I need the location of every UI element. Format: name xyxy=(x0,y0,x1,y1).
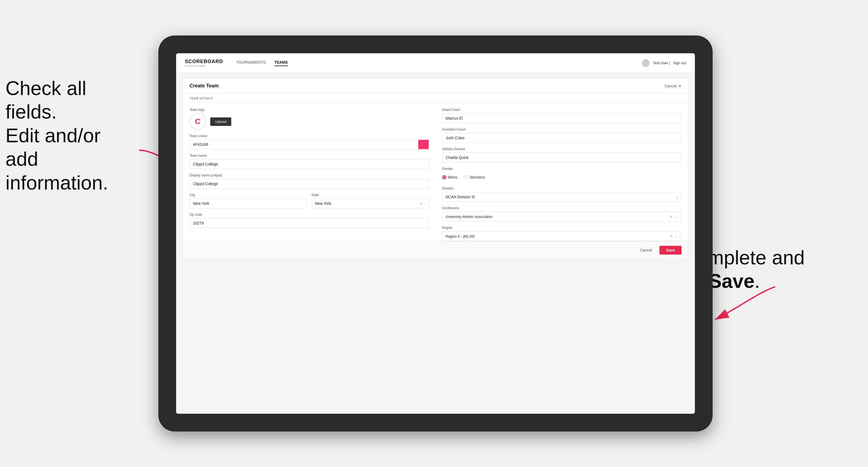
gender-radio-group: Mens Womens xyxy=(442,172,682,182)
gender-field: Gender Mens Womens xyxy=(442,167,682,182)
city-state-field: City State ✕ ⌄ xyxy=(189,193,429,208)
team-name-label: Team name xyxy=(189,154,429,158)
user-name: Test User | xyxy=(653,61,670,65)
sign-out-link[interactable]: Sign out xyxy=(673,61,686,65)
brand-sub: Powered by clippd xyxy=(185,64,223,67)
team-logo-label: Team logo xyxy=(189,108,429,112)
color-swatch[interactable] xyxy=(418,139,429,149)
display-name-field: Display name (unique) xyxy=(189,174,429,189)
gender-label: Gender xyxy=(442,167,682,171)
city-label: City xyxy=(189,193,307,197)
team-colour-input[interactable] xyxy=(189,139,418,149)
conference-label: Conference xyxy=(442,206,682,210)
zip-field: Zip code xyxy=(189,213,429,228)
top-nav: SCOREBOARD Powered by clippd TOURNAMENTS… xyxy=(176,53,695,73)
team-colour-label: Team colour xyxy=(189,134,429,138)
conference-value-text: University Athletic Association xyxy=(445,215,670,219)
brand: SCOREBOARD Powered by clippd xyxy=(185,59,223,67)
nav-link-teams[interactable]: TEAMS xyxy=(274,60,288,66)
gender-womens-label[interactable]: Womens xyxy=(464,175,485,180)
division-select-wrapper: NCAA Division III xyxy=(442,192,682,202)
form-title: Create Team xyxy=(189,83,219,89)
nav-links: TOURNAMENTS TEAMS xyxy=(236,60,642,66)
division-field: Division NCAA Division III xyxy=(442,187,682,202)
right-column: Head Coach Assistant Coach Athletic Dire… xyxy=(442,108,682,241)
team-name-input[interactable] xyxy=(189,159,429,169)
display-name-label: Display name (unique) xyxy=(189,174,429,177)
gender-mens-label[interactable]: Mens xyxy=(442,175,457,180)
athletic-director-field: Athletic Director xyxy=(442,147,682,162)
state-select-wrapper: ✕ ⌄ xyxy=(312,198,429,208)
nav-link-tournaments[interactable]: TOURNAMENTS xyxy=(236,60,266,66)
form-panel: Create Team Cancel ✕ TEAM DETAILS T xyxy=(183,79,688,259)
gender-mens-text: Mens xyxy=(448,175,457,180)
head-coach-label: Head Coach xyxy=(442,108,682,112)
gender-mens-radio[interactable] xyxy=(442,175,446,180)
region-select[interactable]: Region II - (M) DIII ✕ ⌄ xyxy=(442,231,682,241)
assistant-coach-field: Assistant Coach xyxy=(442,128,682,143)
user-avatar xyxy=(642,59,650,67)
instruction-left-text: Check all fields. Edit and/or add inform… xyxy=(5,76,136,194)
left-column: Team logo C Upload Team colour xyxy=(189,108,429,241)
save-button[interactable]: Save xyxy=(659,246,682,254)
form-footer: Cancel Save xyxy=(183,241,688,259)
main-content: Create Team Cancel ✕ TEAM DETAILS T xyxy=(176,73,695,414)
region-clear-icon[interactable]: ✕ xyxy=(670,234,673,239)
state-label: State xyxy=(312,193,429,197)
upload-button[interactable]: Upload xyxy=(210,118,231,126)
head-coach-input[interactable] xyxy=(442,113,682,123)
conference-clear-icon[interactable]: ✕ xyxy=(670,214,673,219)
gender-womens-radio[interactable] xyxy=(464,175,468,180)
team-logo-field: Team logo C Upload xyxy=(189,108,429,130)
logo-area: C Upload xyxy=(189,113,429,130)
division-select[interactable]: NCAA Division III xyxy=(442,192,682,202)
cancel-header-label: Cancel xyxy=(664,84,677,88)
athletic-director-label: Athletic Director xyxy=(442,147,682,151)
team-name-field: Team name xyxy=(189,154,429,169)
assistant-coach-input[interactable] xyxy=(442,133,682,143)
state-field: State ✕ ⌄ xyxy=(312,193,429,208)
color-row xyxy=(189,139,429,149)
form-header: Create Team Cancel ✕ xyxy=(183,79,688,93)
region-value-text: Region II - (M) DIII xyxy=(445,234,670,239)
city-field: City xyxy=(189,193,307,208)
nav-right: Test User | Sign out xyxy=(642,59,686,67)
cancel-header-button[interactable]: Cancel ✕ xyxy=(664,84,682,88)
tablet-screen: SCOREBOARD Powered by clippd TOURNAMENTS… xyxy=(176,53,695,414)
conference-select[interactable]: University Athletic Association ✕ ⌄ xyxy=(442,212,682,221)
conference-chevron-icon: ⌄ xyxy=(675,214,678,219)
region-label: Region xyxy=(442,226,682,230)
athletic-director-input[interactable] xyxy=(442,153,682,162)
section-label: TEAM DETAILS xyxy=(183,93,688,102)
instruction-left-content: Check all fields. Edit and/or add inform… xyxy=(5,77,108,194)
gender-womens-text: Womens xyxy=(470,175,485,180)
region-field: Region Region II - (M) DIII ✕ ⌄ xyxy=(442,226,682,241)
assistant-coach-label: Assistant Coach xyxy=(442,128,682,131)
region-chevron-icon: ⌄ xyxy=(675,234,678,239)
city-state-row: City State ✕ ⌄ xyxy=(189,193,429,208)
cancel-button[interactable]: Cancel xyxy=(636,246,656,254)
form-columns: Team logo C Upload Team colour xyxy=(183,102,688,241)
tablet-frame: SCOREBOARD Powered by clippd TOURNAMENTS… xyxy=(158,35,713,432)
zip-input[interactable] xyxy=(189,218,429,228)
conference-field: Conference University Athletic Associati… xyxy=(442,206,682,221)
display-name-input[interactable] xyxy=(189,179,429,189)
head-coach-field: Head Coach xyxy=(442,108,682,123)
team-colour-field: Team colour xyxy=(189,134,429,149)
right-arrow-icon xyxy=(704,281,786,325)
close-icon: ✕ xyxy=(678,84,682,88)
region-select-icons: ✕ ⌄ xyxy=(670,234,678,239)
brand-title: SCOREBOARD xyxy=(185,59,223,64)
state-input[interactable] xyxy=(312,198,429,208)
city-input[interactable] xyxy=(189,198,307,208)
team-logo-circle: C xyxy=(189,113,206,130)
conference-select-icons: ✕ ⌄ xyxy=(670,214,678,219)
zip-label: Zip code xyxy=(189,213,429,217)
division-label: Division xyxy=(442,187,682,190)
